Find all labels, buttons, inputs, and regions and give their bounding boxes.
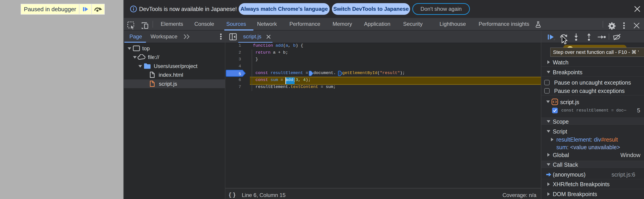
- svg-text:5: 5: [238, 72, 241, 76]
